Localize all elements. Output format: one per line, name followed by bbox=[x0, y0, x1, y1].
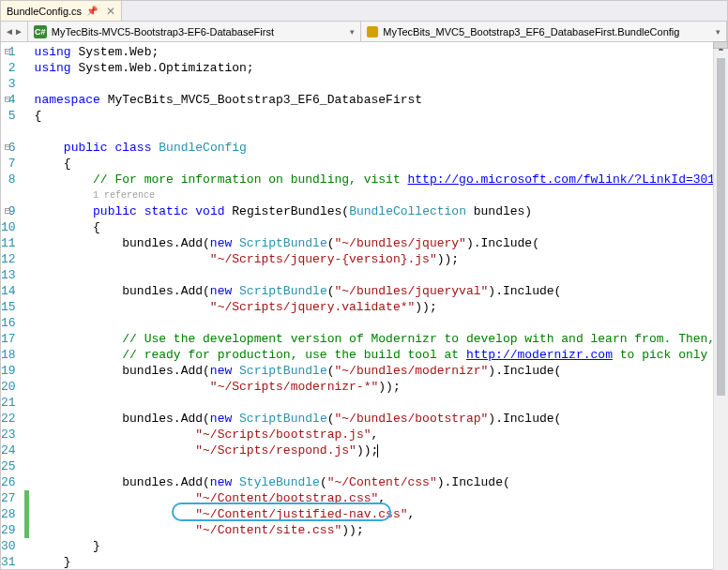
code-line[interactable] bbox=[35, 267, 728, 283]
scope-symbol-dropdown[interactable]: MyTecBits_MVC5_Bootstrap3_EF6_DatabaseFi… bbox=[361, 22, 727, 41]
line-number: 5 bbox=[1, 108, 23, 124]
code-line[interactable]: namespace MyTecBits_MVC5_Bootstrap3_EF6_… bbox=[35, 92, 728, 108]
scrollbar-thumb[interactable] bbox=[717, 58, 725, 396]
line-number: 22 bbox=[1, 411, 23, 427]
scope-symbol-label: MyTecBits_MVC5_Bootstrap3_EF6_DatabaseFi… bbox=[383, 26, 679, 38]
scope-project-label: MyTecBits-MVC5-Bootstrap3-EF6-DatabaseFi… bbox=[52, 26, 274, 38]
code-line[interactable]: using System.Web; bbox=[35, 44, 728, 60]
line-number: 20 bbox=[1, 379, 23, 395]
code-line[interactable]: public static void RegisterBundles(Bundl… bbox=[35, 203, 728, 219]
chevron-down-icon: ▾ bbox=[710, 27, 720, 37]
code-line[interactable]: bundles.Add(new ScriptBundle("~/bundles/… bbox=[35, 283, 728, 299]
code-line[interactable] bbox=[35, 395, 728, 411]
line-number: 15 bbox=[1, 299, 23, 315]
scope-project-dropdown[interactable]: C# MyTecBits-MVC5-Bootstrap3-EF6-Databas… bbox=[28, 22, 361, 41]
line-number: 28 bbox=[1, 506, 23, 522]
code-line[interactable]: // ready for production, use the build t… bbox=[35, 347, 728, 363]
tab-bar: BundleConfig.cs 📌 ✕ bbox=[1, 1, 727, 22]
fold-toggle[interactable]: ⊟ bbox=[1, 203, 14, 219]
code-line[interactable] bbox=[35, 458, 728, 474]
code-line[interactable]: "~/Scripts/bootstrap.js", bbox=[35, 427, 728, 442]
line-number: 21 bbox=[1, 395, 23, 411]
code-line[interactable]: "~/Scripts/jquery-{version}.js")); bbox=[35, 251, 728, 267]
line-number: 10 bbox=[1, 219, 23, 235]
navigation-bar: ◄► C# MyTecBits-MVC5-Bootstrap3-EF6-Data… bbox=[1, 22, 727, 42]
line-number: 7 bbox=[1, 156, 23, 172]
code-line[interactable]: } bbox=[35, 554, 728, 570]
chevron-down-icon: ▾ bbox=[344, 27, 355, 37]
code-editor[interactable]: 1⊟234⊟56⊟789⊟101112131415161718192021222… bbox=[1, 42, 727, 569]
line-number: 1⊟ bbox=[1, 44, 23, 60]
line-number: 17 bbox=[1, 331, 23, 347]
line-number: 30 bbox=[1, 538, 23, 554]
line-number: 14 bbox=[1, 283, 23, 299]
nav-back-button[interactable]: ◄► bbox=[1, 22, 28, 41]
line-number: 29 bbox=[1, 522, 23, 538]
code-line[interactable]: "~/Scripts/jquery.validate*")); bbox=[35, 299, 728, 315]
csharp-icon: C# bbox=[34, 25, 47, 38]
split-handle[interactable] bbox=[713, 41, 728, 49]
pin-icon[interactable]: 📌 bbox=[86, 6, 98, 16]
line-number: 8 bbox=[1, 172, 23, 188]
line-number: 9⊟ bbox=[1, 203, 23, 219]
line-number: 26 bbox=[1, 474, 23, 490]
code-line[interactable]: "~/Content/justified-nav.css", bbox=[35, 506, 728, 522]
code-line[interactable]: bundles.Add(new ScriptBundle("~/bundles/… bbox=[35, 411, 728, 427]
code-line[interactable]: "~/Scripts/respond.js")); bbox=[35, 442, 728, 458]
fold-toggle[interactable]: ⊟ bbox=[1, 92, 14, 108]
code-line[interactable]: bundles.Add(new ScriptBundle("~/bundles/… bbox=[35, 235, 728, 251]
line-number: 13 bbox=[1, 267, 23, 283]
line-number: 12 bbox=[1, 251, 23, 267]
text-caret bbox=[377, 444, 378, 458]
line-number: 4⊟ bbox=[1, 92, 23, 108]
code-area[interactable]: using System.Web;using System.Web.Optimi… bbox=[23, 42, 728, 569]
code-line[interactable]: bundles.Add(new ScriptBundle("~/bundles/… bbox=[35, 363, 728, 379]
code-line[interactable]: // For more information on bundling, vis… bbox=[35, 172, 728, 188]
line-number-gutter: 1⊟234⊟56⊟789⊟101112131415161718192021222… bbox=[1, 42, 23, 569]
code-line[interactable]: { bbox=[35, 108, 728, 124]
code-line[interactable]: using System.Web.Optimization; bbox=[35, 60, 728, 76]
line-number: 18 bbox=[1, 347, 23, 363]
line-number: 25 bbox=[1, 458, 23, 474]
code-line[interactable] bbox=[35, 315, 728, 331]
fold-toggle[interactable]: ⊟ bbox=[1, 44, 14, 60]
file-tab-label: BundleConfig.cs bbox=[7, 6, 82, 17]
line-number: 6⊟ bbox=[1, 140, 23, 156]
line-number: 27 bbox=[1, 490, 23, 506]
code-line[interactable]: { bbox=[35, 219, 728, 235]
code-line[interactable]: { bbox=[35, 156, 728, 172]
line-number: 23 bbox=[1, 427, 23, 442]
line-number: 19 bbox=[1, 363, 23, 379]
code-line[interactable]: "~/Content/site.css")); bbox=[35, 522, 728, 538]
fold-toggle[interactable]: ⊟ bbox=[1, 140, 14, 156]
code-line[interactable]: // Use the development version of Modern… bbox=[35, 331, 728, 347]
class-icon bbox=[367, 26, 378, 38]
line-number: 2 bbox=[1, 60, 23, 76]
close-icon[interactable]: ✕ bbox=[106, 5, 115, 18]
code-line[interactable]: 1 reference bbox=[35, 188, 728, 203]
line-number: 11 bbox=[1, 235, 23, 251]
line-number: 16 bbox=[1, 315, 23, 331]
file-tab[interactable]: BundleConfig.cs 📌 ✕ bbox=[1, 1, 122, 21]
code-line[interactable]: "~/Content/bootstrap.css", bbox=[35, 490, 728, 506]
line-number bbox=[1, 188, 23, 203]
vertical-scrollbar[interactable]: ▲ bbox=[713, 41, 728, 570]
line-number: 31 bbox=[1, 554, 23, 570]
code-line[interactable]: public class BundleConfig bbox=[35, 140, 728, 156]
line-number: 3 bbox=[1, 76, 23, 92]
line-number: 24 bbox=[1, 442, 23, 458]
code-line[interactable] bbox=[35, 76, 728, 92]
code-line[interactable]: bundles.Add(new StyleBundle("~/Content/c… bbox=[35, 474, 728, 490]
code-line[interactable] bbox=[35, 124, 728, 140]
code-line[interactable]: } bbox=[35, 538, 728, 554]
code-line[interactable]: "~/Scripts/modernizr-*")); bbox=[35, 379, 728, 395]
line-number bbox=[1, 124, 23, 140]
